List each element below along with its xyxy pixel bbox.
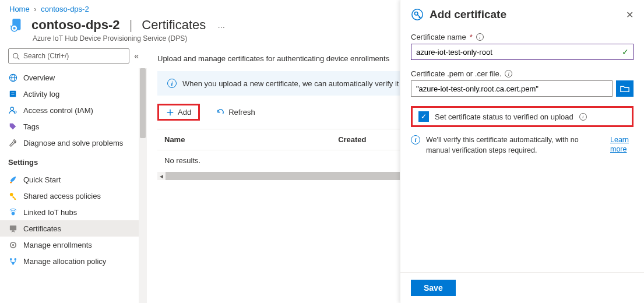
svg-point-20 bbox=[14, 258, 16, 260]
nav-label: Diagnose and solve problems bbox=[23, 139, 123, 147]
svg-point-18 bbox=[12, 244, 13, 245]
more-actions-button[interactable]: … bbox=[217, 21, 225, 30]
add-button[interactable]: Add bbox=[157, 104, 200, 121]
cert-file-input[interactable] bbox=[411, 80, 613, 97]
collapse-sidebar-button[interactable]: « bbox=[134, 51, 139, 61]
nav-activity-log[interactable]: Activity log bbox=[0, 86, 147, 102]
refresh-icon bbox=[216, 108, 225, 117]
search-placeholder: Search (Ctrl+/) bbox=[23, 52, 69, 60]
nav-manage-enrollments[interactable]: Manage enrollments bbox=[0, 237, 147, 253]
dps-resource-icon bbox=[9, 17, 26, 33]
verify-checkbox[interactable]: ✓ bbox=[418, 111, 429, 122]
svg-point-2 bbox=[13, 27, 15, 29]
log-icon bbox=[8, 89, 17, 98]
svg-line-4 bbox=[17, 57, 19, 59]
nav-section-settings: Settings bbox=[0, 151, 147, 169]
nav-label: Overview bbox=[23, 73, 55, 82]
breadcrumb-home[interactable]: Home bbox=[9, 5, 30, 13]
rocket-icon bbox=[8, 175, 17, 184]
svg-point-15 bbox=[11, 212, 15, 215]
folder-icon bbox=[620, 84, 629, 93]
search-input[interactable]: Search (Ctrl+/) bbox=[8, 48, 129, 64]
add-certificate-panel: Add certificate ✕ Certificate name * i ✓… bbox=[400, 0, 644, 303]
info-text: When you upload a new certificate, we ca… bbox=[182, 79, 410, 88]
svg-point-3 bbox=[13, 53, 18, 58]
svg-rect-16 bbox=[9, 225, 16, 230]
add-label: Add bbox=[178, 108, 191, 117]
nav-manage-allocation[interactable]: Manage allocation policy bbox=[0, 253, 147, 269]
nav-tags[interactable]: Tags bbox=[0, 118, 147, 135]
refresh-button[interactable]: Refresh bbox=[210, 105, 261, 119]
nav-label: Activity log bbox=[23, 90, 59, 98]
verify-note: i We'll verify this certificate automati… bbox=[411, 135, 634, 156]
nav-label: Quick Start bbox=[23, 175, 61, 184]
help-icon[interactable]: i bbox=[505, 70, 512, 77]
panel-title: Add certificate bbox=[430, 8, 620, 21]
nav-quick-start[interactable]: Quick Start bbox=[0, 171, 147, 188]
nav-label: Certificates bbox=[23, 224, 61, 233]
svg-point-13 bbox=[10, 181, 12, 183]
help-icon[interactable]: i bbox=[476, 33, 484, 41]
nav-label: Access control (IAM) bbox=[23, 106, 93, 115]
info-icon: i bbox=[167, 79, 177, 88]
verify-checkbox-label: Set certificate status to verified on up… bbox=[435, 112, 573, 121]
svg-point-11 bbox=[10, 107, 13, 110]
help-icon[interactable]: i bbox=[579, 113, 587, 121]
browse-file-button[interactable] bbox=[616, 80, 634, 97]
learn-more-link[interactable]: Learn more bbox=[610, 135, 634, 154]
search-icon bbox=[12, 52, 20, 60]
sidebar-scrollbar[interactable] bbox=[139, 68, 147, 303]
info-icon: i bbox=[411, 135, 420, 145]
chevron-right-icon: › bbox=[34, 5, 36, 13]
nav-access-control[interactable]: Access control (IAM) bbox=[0, 102, 147, 118]
nav-general: Overview Activity log Access control (IA… bbox=[0, 69, 147, 151]
wrench-icon bbox=[8, 138, 17, 147]
plus-icon bbox=[166, 108, 174, 117]
nav-diagnose[interactable]: Diagnose and solve problems bbox=[0, 135, 147, 151]
iot-hub-icon bbox=[8, 207, 17, 217]
scroll-left-icon[interactable]: ◄ bbox=[157, 173, 166, 179]
verify-note-text: We'll verify this certificate automatica… bbox=[426, 135, 604, 156]
nav-label: Manage enrollments bbox=[23, 241, 92, 249]
certificate-icon bbox=[8, 224, 17, 233]
certificate-panel-icon bbox=[411, 8, 424, 21]
nav-certificates[interactable]: Certificates bbox=[0, 220, 147, 237]
nav-label: Tags bbox=[23, 122, 39, 131]
branch-icon bbox=[8, 256, 17, 266]
svg-point-19 bbox=[9, 258, 12, 260]
close-button[interactable]: ✕ bbox=[626, 9, 634, 20]
verify-on-upload-row: ✓ Set certificate status to verified on … bbox=[411, 106, 634, 127]
nav-shared-access[interactable]: Shared access policies bbox=[0, 188, 147, 204]
key-icon bbox=[8, 191, 17, 200]
tag-icon bbox=[8, 122, 17, 131]
page-title: contoso-dps-2 bbox=[31, 17, 120, 33]
nav-overview[interactable]: Overview bbox=[0, 69, 147, 86]
valid-check-icon: ✓ bbox=[622, 47, 629, 57]
breadcrumb-resource[interactable]: contoso-dps-2 bbox=[41, 5, 89, 13]
cert-file-label: Certificate .pem or .cer file. i bbox=[411, 69, 634, 78]
col-name[interactable]: Name bbox=[164, 135, 338, 144]
refresh-label: Refresh bbox=[228, 108, 255, 117]
page-section: Certificates bbox=[142, 17, 206, 33]
nav-linked-hubs[interactable]: Linked IoT hubs bbox=[0, 204, 147, 220]
cert-name-label: Certificate name * i bbox=[411, 33, 634, 41]
globe-icon bbox=[8, 73, 17, 82]
gear-icon bbox=[8, 240, 17, 249]
nav-label: Linked IoT hubs bbox=[23, 208, 77, 217]
nav-settings: Quick Start Shared access policies Linke… bbox=[0, 171, 147, 269]
save-button[interactable]: Save bbox=[411, 280, 456, 296]
person-icon bbox=[8, 105, 17, 115]
svg-rect-8 bbox=[10, 91, 16, 97]
sidebar: Search (Ctrl+/) « Overview Activity log … bbox=[0, 48, 147, 303]
required-indicator: * bbox=[470, 33, 473, 41]
nav-label: Shared access policies bbox=[23, 192, 101, 200]
cert-name-input[interactable] bbox=[411, 44, 634, 60]
nav-label: Manage allocation policy bbox=[23, 257, 106, 266]
